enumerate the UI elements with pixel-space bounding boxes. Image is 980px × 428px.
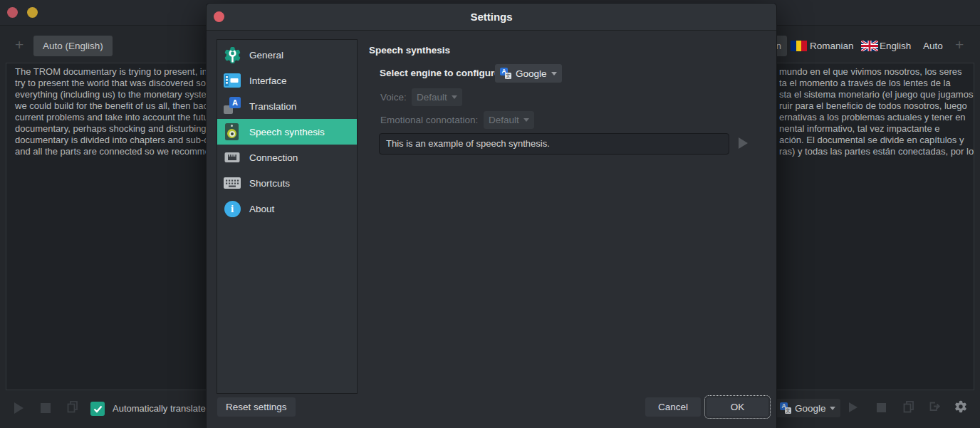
chevron-down-icon xyxy=(452,95,457,99)
copy-target-icon[interactable] xyxy=(903,401,914,413)
ok-label: OK xyxy=(731,402,745,412)
window-icon xyxy=(223,71,241,90)
reset-settings-button[interactable]: Reset settings xyxy=(217,397,296,417)
engine-selector-label: Google xyxy=(795,403,826,414)
sidebar-item-shortcuts[interactable]: Shortcuts xyxy=(217,170,357,196)
reset-settings-label: Reset settings xyxy=(226,402,287,412)
info-icon xyxy=(223,199,241,218)
emotional-connotation-label: Emotional connotation: xyxy=(380,110,478,130)
sidebar-item-interface[interactable]: Interface xyxy=(217,68,357,93)
voice-dropdown[interactable]: Default xyxy=(412,88,462,106)
voice-dropdown-value: Default xyxy=(417,92,447,103)
copy-source-icon[interactable] xyxy=(67,401,78,413)
engine-select-label: Select engine to configure: xyxy=(380,63,503,83)
target-text-line: mundo en el que vivimos nosotros, los se… xyxy=(779,66,974,78)
dialog-titlebar[interactable]: Settings xyxy=(207,4,776,31)
engine-dropdown[interactable]: Google xyxy=(495,64,562,83)
stop-source-icon[interactable] xyxy=(41,403,51,413)
uk-flag-icon xyxy=(861,41,878,51)
app-window: Auto (English) The TROM documentary is t… xyxy=(0,0,980,428)
translate-icon xyxy=(223,97,241,115)
play-source-icon[interactable] xyxy=(14,402,24,414)
engine-dropdown-value: Google xyxy=(516,68,547,79)
speaker-icon xyxy=(223,122,241,141)
source-language-button[interactable]: Auto (English) xyxy=(33,36,113,56)
source-language-label: Auto (English) xyxy=(43,41,103,51)
sidebar-item-translation[interactable]: Translation xyxy=(217,93,357,119)
add-source-language-icon[interactable] xyxy=(15,38,24,52)
sidebar-item-speech-synthesis[interactable]: Speech synthesis xyxy=(217,119,357,145)
settings-gear-icon[interactable] xyxy=(954,400,967,413)
ok-button[interactable]: OK xyxy=(707,397,768,417)
cancel-button[interactable]: Cancel xyxy=(645,397,701,417)
auto-translate-checkbox[interactable] xyxy=(90,402,105,416)
emotional-connotation-dropdown[interactable]: Default xyxy=(484,111,534,129)
sidebar-item-label: Speech synthesis xyxy=(249,127,325,137)
sidebar-item-about[interactable]: About xyxy=(217,196,357,221)
sidebar-item-label: About xyxy=(249,204,274,214)
romania-flag-icon xyxy=(791,41,807,51)
emotion-dropdown-value: Default xyxy=(489,115,519,125)
chevron-down-icon xyxy=(523,118,529,122)
cancel-label: Cancel xyxy=(658,402,688,412)
target-text-line: ernativas a los problemas actuales y ten… xyxy=(779,112,974,123)
speech-example-input[interactable]: This is an example of speech synthesis. xyxy=(379,133,729,155)
stop-target-icon[interactable] xyxy=(877,403,886,412)
target-language-auto[interactable]: Auto xyxy=(923,36,943,56)
play-target-icon[interactable] xyxy=(849,402,858,412)
target-language-english[interactable]: English xyxy=(880,36,911,56)
target-text-line: ación. El documental se divide en capítu… xyxy=(779,135,974,146)
engine-selector-button[interactable]: Google xyxy=(775,399,840,417)
add-target-language-icon[interactable] xyxy=(955,38,964,52)
gear-icon xyxy=(223,46,241,64)
target-text-line: ruir para el beneficio de todos nosotros… xyxy=(779,100,974,112)
dialog-close-icon[interactable] xyxy=(214,11,224,22)
sidebar-item-label: General xyxy=(249,50,283,61)
settings-dialog: Settings xyxy=(206,3,777,428)
dialog-title: Settings xyxy=(207,4,776,30)
minimize-window-icon[interactable] xyxy=(27,7,38,18)
target-text-line: nental informativo, tal vez impactante e xyxy=(779,123,974,135)
google-translate-icon xyxy=(780,402,791,414)
play-example-icon[interactable] xyxy=(739,137,748,149)
sidebar-item-general[interactable]: General xyxy=(217,42,357,68)
check-icon xyxy=(93,405,103,413)
voice-label: Voice: xyxy=(380,88,407,107)
sidebar-item-connection[interactable]: Connection xyxy=(217,145,357,170)
target-text-line: ta el momento a través de los lentes de … xyxy=(779,78,974,89)
sidebar-item-label: Connection xyxy=(249,152,298,163)
ethernet-icon xyxy=(223,148,241,167)
sidebar-item-label: Shortcuts xyxy=(249,178,290,189)
chevron-down-icon xyxy=(830,407,835,410)
sidebar-item-label: Translation xyxy=(249,101,296,112)
settings-category-list: General Interface xyxy=(217,39,358,394)
auto-translate-label: Automatically translate xyxy=(113,402,206,416)
close-window-icon[interactable] xyxy=(7,7,18,18)
export-translation-icon[interactable] xyxy=(929,401,941,412)
target-text-line: ras) y todas las partes están conectadas… xyxy=(779,146,974,157)
sidebar-item-label: Interface xyxy=(249,75,287,86)
panel-heading: Speech synthesis xyxy=(369,45,450,56)
chevron-down-icon xyxy=(551,72,557,75)
target-text-line: sta el sistema monetario (el juego que j… xyxy=(779,89,974,100)
google-translate-icon xyxy=(500,68,511,79)
target-language-romanian[interactable]: Romanian xyxy=(810,36,854,56)
keyboard-icon xyxy=(223,174,241,192)
